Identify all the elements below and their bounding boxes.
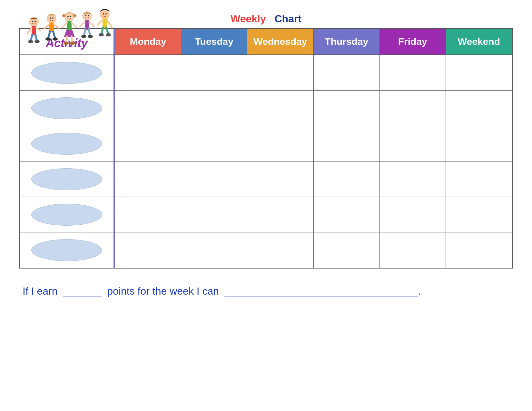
- svg-point-40: [85, 15, 86, 16]
- data-cell-4-fri[interactable]: [380, 161, 446, 197]
- svg-point-31: [70, 16, 71, 17]
- title-chart: Chart: [274, 13, 301, 24]
- svg-point-50: [103, 13, 104, 15]
- table-row: [20, 126, 512, 161]
- data-cell-4-thu[interactable]: [314, 161, 380, 197]
- svg-line-25: [72, 23, 76, 27]
- table-row: [20, 197, 512, 232]
- svg-point-29: [70, 42, 75, 45]
- data-cell-1-mon[interactable]: [115, 55, 181, 90]
- table-row: [20, 161, 512, 197]
- svg-point-28: [64, 42, 69, 45]
- title-weekly: Weekly: [231, 13, 266, 24]
- data-cell-1-wed[interactable]: [247, 55, 313, 90]
- data-cell-2-thu[interactable]: [314, 91, 380, 126]
- data-cell-2-tue[interactable]: [181, 91, 247, 126]
- data-cell-1-wknd[interactable]: [446, 55, 512, 90]
- data-cell-4-tue[interactable]: [181, 161, 247, 197]
- data-cell-5-wknd[interactable]: [446, 197, 512, 232]
- svg-point-16: [45, 37, 51, 41]
- svg-point-17: [53, 37, 58, 41]
- footer-area: If I earn points for the week I can .: [19, 285, 513, 297]
- data-cell-4-mon[interactable]: [115, 161, 181, 197]
- svg-point-8: [32, 21, 33, 22]
- activity-oval-4: [31, 168, 102, 190]
- footer-text2: points for the week I can: [107, 285, 219, 297]
- svg-point-39: [88, 35, 93, 38]
- svg-point-7: [34, 40, 40, 43]
- svg-line-44: [98, 20, 103, 25]
- footer-period: .: [418, 285, 421, 297]
- data-cell-5-fri[interactable]: [380, 197, 446, 232]
- data-cell-2-wed[interactable]: [247, 91, 313, 126]
- svg-point-51: [105, 13, 107, 15]
- svg-line-24: [62, 23, 67, 27]
- header-weekend: Weekend: [446, 29, 512, 54]
- data-cell-6-mon[interactable]: [115, 232, 181, 268]
- svg-point-30: [67, 16, 69, 17]
- svg-line-34: [80, 22, 85, 26]
- svg-point-41: [88, 15, 89, 16]
- data-cell-1-fri[interactable]: [380, 55, 446, 90]
- svg-point-21: [62, 14, 65, 17]
- svg-point-48: [99, 33, 104, 36]
- svg-line-13: [54, 24, 59, 28]
- title-area: Weekly Chart: [19, 13, 513, 25]
- svg-point-18: [50, 17, 51, 19]
- header-thursday: Thursday: [314, 29, 380, 54]
- footer-text1: If I earn: [23, 285, 58, 297]
- table-row: [20, 91, 512, 126]
- data-cell-6-wed[interactable]: [247, 232, 313, 268]
- table-row: [20, 232, 512, 268]
- footer-blank-points[interactable]: [63, 285, 102, 297]
- activity-cell-5: [20, 197, 115, 232]
- data-cell-4-wknd[interactable]: [446, 161, 512, 197]
- data-cell-1-tue[interactable]: [181, 55, 247, 90]
- footer-blank-reward[interactable]: [224, 285, 418, 297]
- activity-cell-6: [20, 232, 115, 268]
- data-cell-2-mon[interactable]: [115, 91, 181, 126]
- svg-line-35: [89, 22, 94, 26]
- data-cell-5-tue[interactable]: [181, 197, 247, 232]
- svg-point-42: [100, 10, 110, 19]
- activity-cell-4: [20, 161, 115, 197]
- data-cell-1-thu[interactable]: [314, 55, 380, 90]
- data-cell-6-fri[interactable]: [380, 232, 446, 268]
- svg-line-2: [27, 27, 32, 34]
- svg-point-6: [28, 40, 33, 43]
- data-cell-3-thu[interactable]: [314, 126, 380, 161]
- svg-line-3: [36, 27, 40, 31]
- data-cell-5-wed[interactable]: [247, 197, 313, 232]
- data-cell-3-wed[interactable]: [247, 126, 313, 161]
- activity-cell-2: [20, 91, 115, 126]
- svg-point-19: [52, 17, 54, 19]
- data-cell-4-wed[interactable]: [247, 161, 313, 197]
- data-cell-3-mon[interactable]: [115, 126, 181, 161]
- activity-oval-2: [31, 97, 102, 119]
- activity-oval-5: [31, 204, 102, 226]
- data-cell-3-fri[interactable]: [380, 126, 446, 161]
- svg-point-22: [73, 14, 76, 17]
- svg-point-49: [106, 33, 111, 36]
- data-cell-5-mon[interactable]: [115, 197, 181, 232]
- activity-oval-3: [31, 133, 102, 155]
- data-cell-2-wknd[interactable]: [446, 91, 512, 126]
- page-title: Weekly Chart: [231, 13, 301, 25]
- header-friday: Friday: [380, 29, 446, 54]
- activity-oval-6: [31, 239, 102, 261]
- svg-point-9: [34, 21, 36, 22]
- data-cell-6-tue[interactable]: [181, 232, 247, 268]
- data-cell-5-thu[interactable]: [314, 197, 380, 232]
- header-monday: Monday: [115, 29, 181, 54]
- svg-line-45: [107, 20, 112, 27]
- svg-line-12: [44, 24, 49, 28]
- activity-cell-3: [20, 126, 115, 161]
- data-cell-6-thu[interactable]: [314, 232, 380, 268]
- data-cell-6-wknd[interactable]: [446, 232, 512, 268]
- data-cell-3-tue[interactable]: [181, 126, 247, 161]
- header-wednesday: Wednesday: [247, 29, 313, 54]
- data-cell-3-wknd[interactable]: [446, 126, 512, 161]
- kids-illustration: [19, 6, 116, 75]
- header-tuesday: Tuesday: [181, 29, 247, 54]
- data-cell-2-fri[interactable]: [380, 91, 446, 126]
